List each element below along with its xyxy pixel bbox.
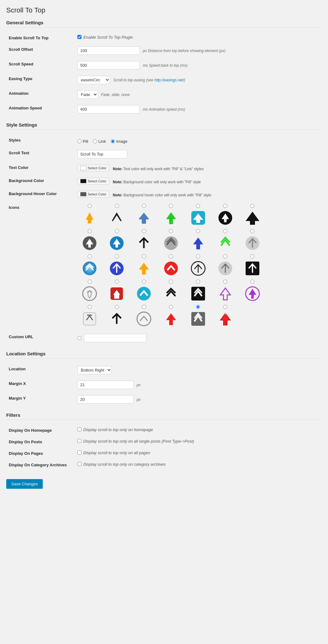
icon-item-28 [240, 280, 265, 302]
icon-radio-3[interactable] [142, 204, 146, 208]
icon-item-3 [132, 204, 156, 227]
style-settings-heading: Style Settings [6, 122, 322, 130]
page-title: Scroll To Top [6, 6, 322, 14]
icon-radio-13[interactable] [223, 229, 227, 233]
icon-radio-12[interactable] [196, 229, 200, 233]
scroll-offset-note: px Distance from top before showing elem… [143, 49, 226, 53]
icon-radio-11[interactable] [169, 229, 173, 233]
icon-img-32 [162, 310, 180, 328]
bg-hover-color-btn[interactable]: Select Color [77, 191, 109, 198]
animation-speed-input[interactable] [77, 105, 140, 113]
icon-radio-24[interactable] [142, 280, 146, 284]
icon-item-5 [186, 204, 210, 227]
easing-type-select[interactable]: easeInCirc easeInQuad easeInOut linear [77, 76, 110, 84]
margin-y-input[interactable] [77, 395, 134, 404]
icon-radio-26[interactable] [196, 280, 200, 284]
archives-checkbox[interactable] [77, 462, 81, 466]
icon-radio-7[interactable] [250, 204, 254, 208]
scroll-text-input[interactable] [77, 150, 127, 158]
icon-radio-31[interactable] [142, 305, 146, 309]
custom-url-radio[interactable] [77, 336, 81, 340]
scroll-offset-input[interactable] [77, 46, 140, 55]
save-button[interactable]: Save Changes [6, 479, 43, 489]
pages-check-wrap: Display scroll to top only on all pages [77, 450, 319, 455]
svg-marker-0 [86, 212, 93, 223]
archives-check-wrap: Display scroll to top only on category a… [77, 462, 319, 467]
icon-item-8 [77, 229, 102, 252]
enable-checkbox[interactable] [77, 35, 81, 39]
icon-radio-33[interactable] [196, 305, 200, 309]
animation-speed-note: ms Animation speed (ms) [143, 107, 185, 112]
icon-img-5 [189, 209, 207, 227]
save-wrap: Save Changes [6, 474, 322, 489]
homepage-check-wrap: Display scroll to top only on homepage [77, 427, 319, 432]
location-select[interactable]: Bottom Right Bottom Left Top Right Top L… [77, 366, 112, 374]
svg-marker-7 [246, 212, 259, 225]
icon-radio-27[interactable] [223, 280, 227, 284]
style-pill-label[interactable]: Pill [77, 139, 88, 144]
style-image-label[interactable]: Image [111, 139, 127, 144]
homepage-checkbox[interactable] [77, 427, 81, 431]
icon-item-27 [213, 280, 237, 302]
icon-radio-17[interactable] [142, 254, 146, 258]
icon-radio-1[interactable] [88, 204, 92, 208]
text-color-note: Note: Text color will only work with "Pi… [113, 167, 204, 171]
icon-radio-9[interactable] [115, 229, 119, 233]
icon-item-11 [159, 229, 184, 252]
icon-item-30 [105, 305, 129, 328]
icon-radio-23[interactable] [115, 280, 119, 284]
icon-img-9 [108, 234, 125, 252]
icon-radio-15[interactable] [88, 254, 92, 258]
icon-radio-25[interactable] [169, 280, 173, 284]
icon-radio-32[interactable] [169, 305, 173, 309]
icon-radio-2[interactable] [115, 204, 119, 208]
icon-radio-29[interactable] [88, 305, 92, 309]
icon-radio-6[interactable] [223, 204, 227, 208]
icon-img-34 [217, 310, 234, 328]
filters-settings-table: Display On Homepage Display scroll to to… [6, 424, 322, 470]
homepage-check-label: Display scroll to top only on homepage [83, 427, 153, 432]
icon-radio-22[interactable] [88, 280, 92, 284]
icon-radio-20[interactable] [223, 254, 227, 258]
icon-img-20 [217, 260, 234, 277]
text-color-label: Select Color [88, 166, 106, 170]
style-pill-radio[interactable] [77, 139, 81, 143]
bg-color-btn[interactable]: Select Color [77, 178, 109, 185]
icon-radio-19[interactable] [196, 254, 200, 258]
animation-select[interactable]: Fade Slide None [77, 90, 98, 99]
icon-radio-16[interactable] [115, 254, 119, 258]
label-easing-type: Easing Type [6, 73, 75, 87]
icon-radio-14[interactable] [250, 229, 254, 233]
scroll-speed-input[interactable] [77, 61, 140, 70]
text-color-btn[interactable]: Select Color [77, 165, 109, 171]
icon-radio-8[interactable] [88, 229, 92, 233]
icon-img-1 [81, 209, 98, 227]
icon-radio-34[interactable] [223, 305, 227, 309]
row-scroll-speed: Scroll Speed ms Speed back to top (ms) [6, 58, 322, 73]
custom-url-input[interactable] [84, 334, 146, 342]
icon-item-24 [132, 280, 156, 302]
icon-radio-5[interactable] [196, 204, 200, 208]
icon-radio-10[interactable] [142, 229, 146, 233]
icon-radio-28[interactable] [250, 280, 254, 284]
icon-radio-21[interactable] [250, 254, 254, 258]
pages-checkbox[interactable] [77, 450, 81, 454]
posts-checkbox[interactable] [77, 439, 81, 443]
margin-x-input[interactable] [77, 381, 134, 389]
icon-img-12 [189, 234, 207, 252]
style-link-radio[interactable] [93, 139, 97, 143]
icon-item-12 [186, 229, 210, 252]
label-animation: Animation [6, 87, 75, 102]
label-custom-url: Custom URL [6, 331, 75, 345]
easing-link[interactable]: http://easings.net/ [154, 78, 184, 82]
icon-img-7 [244, 209, 261, 227]
label-enable: Enable Scroll To Top [6, 32, 75, 43]
style-link-label[interactable]: Link [93, 139, 106, 144]
icon-radio-18[interactable] [169, 254, 173, 258]
icon-item-34 [213, 305, 237, 328]
custom-url-row [77, 334, 319, 342]
icon-radio-30[interactable] [115, 305, 119, 309]
label-scroll-text: Scroll Text [6, 147, 75, 161]
icon-radio-4[interactable] [169, 204, 173, 208]
style-image-radio[interactable] [111, 139, 115, 143]
